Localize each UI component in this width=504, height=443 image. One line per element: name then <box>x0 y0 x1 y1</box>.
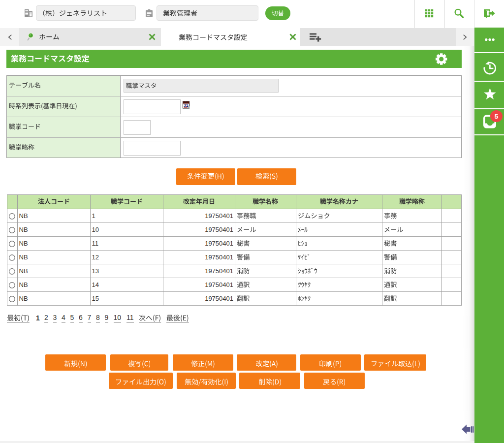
svg-text:31: 31 <box>184 103 189 108</box>
